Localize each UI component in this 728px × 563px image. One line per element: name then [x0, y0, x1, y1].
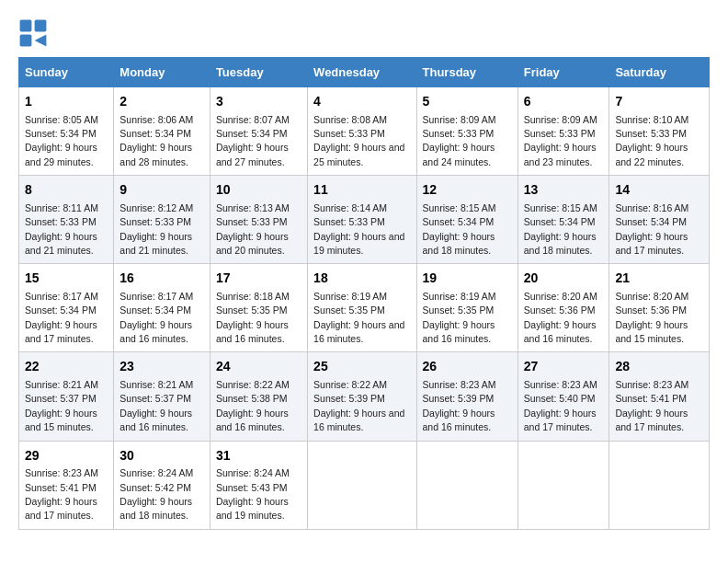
calendar-cell: 20Sunrise: 8:20 AMSunset: 5:36 PMDayligh…: [518, 264, 609, 352]
day-number: 29: [25, 447, 108, 465]
day-number: 20: [524, 270, 604, 288]
sunset-text: Sunset: 5:38 PM: [216, 393, 288, 404]
daylight-text: Daylight: 9 hours and 21 minutes.: [25, 231, 97, 256]
day-number: 23: [119, 358, 204, 376]
daylight-text: Daylight: 9 hours and 17 minutes.: [615, 231, 688, 256]
calendar-table: SundayMondayTuesdayWednesdayThursdayFrid…: [18, 57, 710, 530]
calendar-cell: 3Sunrise: 8:07 AMSunset: 5:34 PMDaylight…: [210, 87, 307, 176]
day-number: 2: [119, 93, 204, 111]
sunrise-text: Sunrise: 8:21 AM: [119, 379, 193, 390]
sunset-text: Sunset: 5:34 PM: [615, 216, 687, 227]
sunrise-text: Sunrise: 8:15 AM: [524, 202, 597, 213]
daylight-text: Daylight: 9 hours and 16 minutes.: [313, 319, 404, 344]
daylight-text: Daylight: 9 hours and 16 minutes.: [423, 408, 495, 432]
sunset-text: Sunset: 5:41 PM: [25, 482, 97, 493]
daylight-text: Daylight: 9 hours and 22 minutes.: [615, 142, 688, 167]
daylight-text: Daylight: 9 hours and 16 minutes.: [216, 319, 289, 344]
daylight-text: Daylight: 9 hours and 19 minutes.: [313, 231, 404, 256]
sunrise-text: Sunrise: 8:06 AM: [119, 114, 193, 125]
calendar-cell: 25Sunrise: 8:22 AMSunset: 5:39 PMDayligh…: [308, 352, 416, 441]
calendar-cell: [609, 441, 710, 529]
sunrise-text: Sunrise: 8:24 AM: [119, 467, 193, 478]
sunset-text: Sunset: 5:40 PM: [524, 393, 596, 404]
daylight-text: Daylight: 9 hours and 19 minutes.: [216, 496, 289, 521]
sunrise-text: Sunrise: 8:23 AM: [524, 379, 597, 390]
day-number: 14: [615, 181, 703, 200]
sunrise-text: Sunrise: 8:09 AM: [524, 114, 597, 125]
calendar-header: SundayMondayTuesdayWednesdayThursdayFrid…: [19, 58, 710, 87]
calendar-cell: 11Sunrise: 8:14 AMSunset: 5:33 PMDayligh…: [308, 176, 416, 264]
sunset-text: Sunset: 5:33 PM: [313, 216, 385, 227]
daylight-text: Daylight: 9 hours and 20 minutes.: [216, 231, 289, 256]
day-number: 6: [524, 93, 604, 111]
sunset-text: Sunset: 5:34 PM: [25, 304, 97, 316]
day-number: 16: [119, 270, 204, 288]
sunset-text: Sunset: 5:35 PM: [216, 304, 288, 316]
day-number: 8: [25, 181, 108, 200]
daylight-text: Daylight: 9 hours and 18 minutes.: [119, 496, 192, 521]
sunset-text: Sunset: 5:34 PM: [25, 128, 97, 139]
sunrise-text: Sunrise: 8:09 AM: [423, 114, 496, 125]
sunrise-text: Sunrise: 8:16 AM: [615, 202, 688, 213]
calendar-cell: 14Sunrise: 8:16 AMSunset: 5:34 PMDayligh…: [609, 176, 710, 264]
day-number: 3: [216, 93, 301, 111]
daylight-text: Daylight: 9 hours and 15 minutes.: [615, 319, 688, 344]
sunrise-text: Sunrise: 8:23 AM: [615, 379, 688, 390]
sunset-text: Sunset: 5:35 PM: [423, 304, 495, 316]
page-header: [18, 18, 710, 48]
sunset-text: Sunset: 5:34 PM: [119, 128, 191, 139]
calendar-cell: 21Sunrise: 8:20 AMSunset: 5:36 PMDayligh…: [609, 264, 710, 352]
sunrise-text: Sunrise: 8:14 AM: [313, 202, 387, 213]
sunset-text: Sunset: 5:37 PM: [25, 393, 97, 404]
day-number: 21: [615, 270, 703, 288]
day-number: 15: [25, 270, 108, 288]
calendar-cell: [308, 441, 416, 529]
svg-marker-3: [35, 35, 47, 47]
day-number: 1: [25, 93, 108, 111]
week-row-5: 29Sunrise: 8:23 AMSunset: 5:41 PMDayligh…: [19, 441, 710, 529]
calendar-cell: 13Sunrise: 8:15 AMSunset: 5:34 PMDayligh…: [518, 176, 609, 264]
day-number: 30: [119, 447, 204, 465]
sunrise-text: Sunrise: 8:20 AM: [524, 291, 597, 302]
day-number: 10: [216, 181, 301, 200]
day-number: 26: [423, 358, 512, 376]
sunrise-text: Sunrise: 8:11 AM: [25, 202, 98, 213]
day-number: 12: [423, 181, 512, 200]
day-number: 9: [119, 181, 204, 200]
header-day-wednesday: Wednesday: [308, 58, 416, 87]
daylight-text: Daylight: 9 hours and 18 minutes.: [524, 231, 597, 256]
week-row-1: 1Sunrise: 8:05 AMSunset: 5:34 PMDaylight…: [19, 87, 710, 176]
sunset-text: Sunset: 5:34 PM: [524, 216, 596, 227]
daylight-text: Daylight: 9 hours and 25 minutes.: [313, 142, 404, 167]
sunset-text: Sunset: 5:39 PM: [423, 393, 495, 404]
daylight-text: Daylight: 9 hours and 27 minutes.: [216, 142, 289, 167]
daylight-text: Daylight: 9 hours and 16 minutes.: [423, 319, 495, 344]
sunrise-text: Sunrise: 8:13 AM: [216, 202, 290, 213]
calendar-cell: 17Sunrise: 8:18 AMSunset: 5:35 PMDayligh…: [210, 264, 307, 352]
sunset-text: Sunset: 5:43 PM: [216, 482, 288, 493]
header-day-thursday: Thursday: [416, 58, 518, 87]
day-number: 11: [313, 181, 410, 200]
calendar-cell: 8Sunrise: 8:11 AMSunset: 5:33 PMDaylight…: [19, 176, 114, 264]
svg-rect-0: [20, 20, 32, 32]
week-row-3: 15Sunrise: 8:17 AMSunset: 5:34 PMDayligh…: [19, 264, 710, 352]
sunset-text: Sunset: 5:33 PM: [524, 128, 596, 139]
calendar-cell: 30Sunrise: 8:24 AMSunset: 5:42 PMDayligh…: [114, 441, 210, 529]
daylight-text: Daylight: 9 hours and 17 minutes.: [25, 496, 97, 521]
sunrise-text: Sunrise: 8:12 AM: [119, 202, 193, 213]
day-number: 22: [25, 358, 108, 376]
svg-rect-2: [20, 35, 32, 47]
sunrise-text: Sunrise: 8:17 AM: [119, 291, 193, 302]
calendar-cell: 18Sunrise: 8:19 AMSunset: 5:35 PMDayligh…: [308, 264, 416, 352]
daylight-text: Daylight: 9 hours and 18 minutes.: [423, 231, 495, 256]
calendar-cell: 16Sunrise: 8:17 AMSunset: 5:34 PMDayligh…: [114, 264, 210, 352]
daylight-text: Daylight: 9 hours and 28 minutes.: [119, 142, 192, 167]
header-day-saturday: Saturday: [609, 58, 710, 87]
day-number: 7: [615, 93, 703, 111]
calendar-cell: 24Sunrise: 8:22 AMSunset: 5:38 PMDayligh…: [210, 352, 307, 441]
day-number: 31: [216, 447, 301, 465]
sunrise-text: Sunrise: 8:05 AM: [25, 114, 98, 125]
calendar-cell: 2Sunrise: 8:06 AMSunset: 5:34 PMDaylight…: [114, 87, 210, 176]
calendar-cell: 22Sunrise: 8:21 AMSunset: 5:37 PMDayligh…: [19, 352, 114, 441]
daylight-text: Daylight: 9 hours and 16 minutes.: [119, 319, 192, 344]
